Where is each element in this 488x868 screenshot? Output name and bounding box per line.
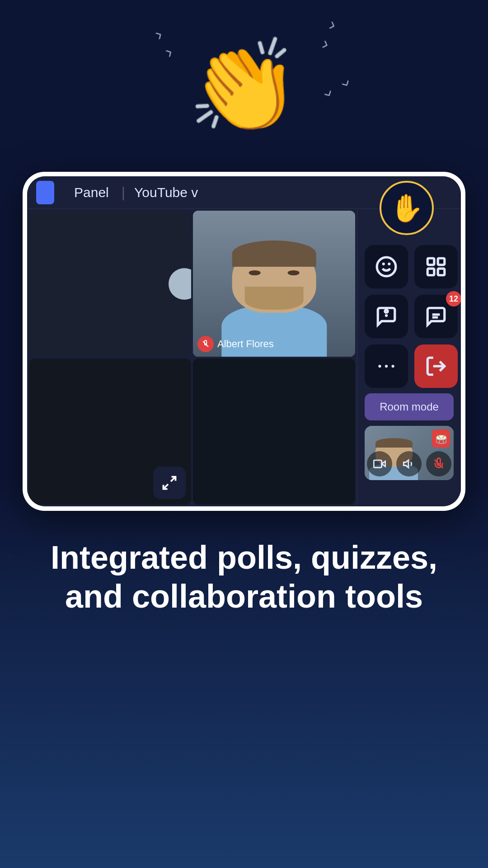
mic-icon (202, 340, 210, 348)
exit-icon (425, 355, 447, 377)
bottom-line2: and collaboration tools (65, 578, 423, 614)
video-cell-albert: Albert Flores (193, 211, 355, 357)
exit-button[interactable] (414, 344, 458, 388)
svg-rect-6 (427, 258, 434, 265)
svg-rect-9 (438, 269, 445, 275)
expand-icon (161, 475, 178, 491)
avatar-partial (169, 268, 191, 300)
mic-muted-icon (432, 458, 445, 470)
mini-hair (375, 438, 413, 448)
grid-button[interactable] (414, 245, 458, 288)
question-button[interactable] (365, 295, 408, 338)
mute-icon (197, 336, 214, 352)
tablet-screen: ✋ Panel | YouTube v (27, 176, 461, 506)
panel-label: Panel (63, 185, 120, 200)
mini-video-toggle[interactable] (367, 451, 392, 476)
mini-audio-toggle[interactable] (396, 451, 422, 476)
svg-rect-8 (427, 269, 434, 275)
svg-point-3 (377, 257, 396, 276)
main-content: Albert Flores (27, 209, 461, 506)
mini-video: 🥁 (365, 426, 454, 480)
video-cell-1 (29, 211, 191, 357)
volume-icon (403, 458, 415, 470)
albert-label: Albert Flores (197, 336, 274, 352)
grid-icon (425, 255, 447, 278)
side-panel: 12 (357, 209, 461, 506)
hand-raise-button[interactable]: ✋ (380, 181, 434, 235)
bottom-line1: Integrated polls, quizzes, (51, 539, 437, 576)
hero-section: ›› ›› ›› 👏 (0, 0, 488, 172)
albert-name: Albert Flores (217, 338, 274, 350)
chat-icon (425, 305, 447, 328)
albert-face (232, 247, 316, 313)
video-icon (373, 458, 386, 470)
tablet-frame: ✋ Panel | YouTube v (23, 172, 465, 511)
albert-eye-left (249, 270, 260, 276)
smiley-icon (375, 255, 398, 278)
albert-hair (232, 241, 316, 267)
svg-line-0 (203, 341, 208, 347)
bottom-text: Integrated polls, quizzes, and collabora… (51, 538, 437, 616)
emoji-button[interactable] (365, 245, 408, 288)
svg-point-15 (391, 365, 394, 368)
expand-button[interactable] (153, 467, 186, 499)
mini-mic-toggle[interactable] (426, 451, 451, 476)
albert-eye-right (287, 270, 299, 276)
svg-rect-18 (374, 460, 382, 467)
accent-block (36, 181, 54, 204)
video-cell-3 (29, 359, 191, 505)
svg-point-14 (385, 365, 388, 368)
divider: | (122, 184, 125, 201)
video-grid: Albert Flores (27, 209, 357, 506)
clapping-emoji: 👏 (188, 41, 300, 131)
video-cell-4 (193, 359, 355, 505)
more-button[interactable] (365, 344, 408, 388)
motion-line-br: ›› (319, 75, 357, 101)
question-icon (375, 305, 398, 328)
icon-grid: 12 (365, 245, 454, 388)
bottom-section: Integrated polls, quizzes, and collabora… (0, 511, 488, 652)
albert-beard (244, 287, 304, 310)
mini-controls (365, 451, 454, 476)
drum-icon: 🥁 (432, 429, 450, 448)
svg-rect-7 (438, 258, 445, 265)
room-mode-button[interactable]: Room mode (365, 393, 454, 420)
chat-badge: 12 (446, 291, 461, 307)
motion-line-tr: ›› (319, 14, 339, 54)
chat-button[interactable]: 12 (414, 295, 458, 338)
svg-marker-19 (404, 460, 409, 467)
motion-line-tl: ›› (150, 24, 176, 62)
youtube-label: YouTube v (127, 185, 205, 200)
more-icon (375, 355, 398, 377)
hand-raise-icon: ✋ (390, 192, 424, 224)
svg-point-13 (378, 365, 381, 368)
